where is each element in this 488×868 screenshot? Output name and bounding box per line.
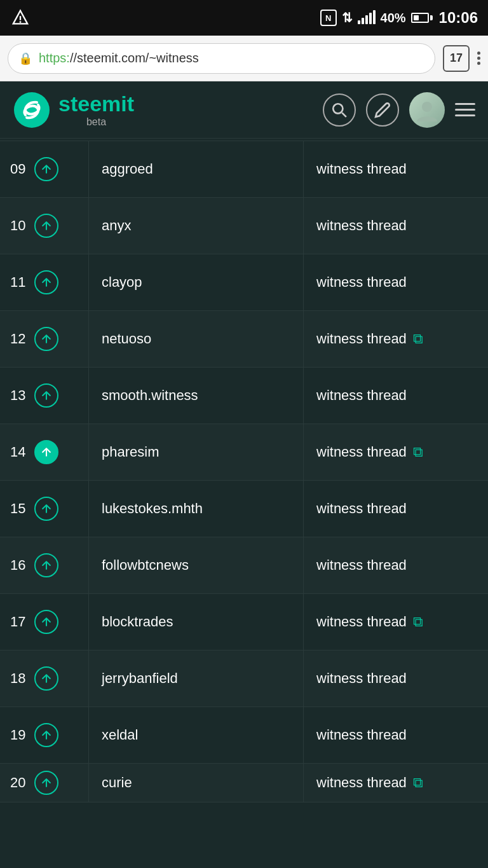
browser-menu-button[interactable]: [477, 52, 480, 65]
hamburger-line-2: [455, 109, 475, 111]
witness-name[interactable]: blocktrades: [89, 594, 304, 650]
tab-count-button[interactable]: 17: [443, 45, 470, 72]
hamburger-line-3: [455, 114, 475, 116]
site-logo[interactable]: steemit beta: [13, 91, 134, 129]
rank-cell: 15: [0, 481, 89, 537]
witness-thread[interactable]: witness thread⧉: [304, 764, 488, 802]
table-row: 14pharesimwitness thread⧉: [0, 424, 488, 481]
upvote-button[interactable]: [34, 497, 58, 521]
rank-cell: 17: [0, 594, 89, 650]
rank-cell: 12: [0, 311, 89, 367]
witness-thread[interactable]: witness thread: [304, 481, 488, 537]
search-icon: [331, 102, 348, 118]
witness-name[interactable]: lukestokes.mhth: [89, 481, 304, 537]
rank-number: 13: [10, 387, 28, 404]
witness-thread[interactable]: witness thread: [304, 198, 488, 254]
table-row: 20curiewitness thread⧉: [0, 764, 488, 803]
write-button[interactable]: [366, 93, 399, 127]
rank-number: 12: [10, 331, 28, 347]
search-button[interactable]: [323, 93, 356, 127]
upvote-button[interactable]: [34, 383, 58, 408]
witness-thread-label: witness thread: [316, 274, 407, 291]
witness-name[interactable]: followbtcnews: [89, 537, 304, 593]
browser-bar: 🔒 https://steemit.com/~witness 17: [0, 36, 488, 81]
upvote-icon: [40, 163, 53, 176]
witness-name[interactable]: smooth.witness: [89, 368, 304, 424]
rank-cell: 19: [0, 707, 89, 763]
rank-cell: 16: [0, 537, 89, 593]
table-row: 12netuosowitness thread⧉: [0, 311, 488, 368]
upvote-button[interactable]: [34, 214, 58, 238]
upvote-button[interactable]: [34, 610, 58, 634]
url-bar[interactable]: 🔒 https://steemit.com/~witness: [8, 43, 435, 74]
svg-point-3: [14, 92, 50, 128]
rank-number: 16: [10, 557, 28, 574]
site-name-group: steemit beta: [58, 92, 134, 128]
site-beta-label: beta: [58, 116, 134, 128]
witness-thread[interactable]: witness thread: [304, 707, 488, 763]
witness-thread[interactable]: witness thread: [304, 651, 488, 706]
rank-number: 11: [10, 274, 28, 291]
upvote-button[interactable]: [34, 157, 58, 181]
upvote-button[interactable]: [34, 771, 58, 795]
external-link-icon[interactable]: ⧉: [413, 331, 423, 347]
battery-percent: 40%: [381, 11, 406, 25]
witness-thread-label: witness thread: [316, 557, 407, 574]
external-link-icon[interactable]: ⧉: [413, 775, 423, 791]
witness-name[interactable]: clayop: [89, 254, 304, 310]
witness-name[interactable]: curie: [89, 764, 304, 802]
upvote-icon: [40, 616, 53, 628]
upvote-button[interactable]: [34, 723, 58, 747]
witness-thread-label: witness thread: [316, 670, 407, 687]
witness-name[interactable]: anyx: [89, 198, 304, 254]
url-text: https://steemit.com/~witness: [39, 51, 199, 65]
hamburger-line-1: [455, 103, 475, 105]
witness-name[interactable]: aggroed: [89, 141, 304, 197]
svg-line-5: [342, 113, 346, 117]
upvote-icon: [40, 389, 53, 402]
user-avatar[interactable]: [409, 92, 445, 128]
witness-thread[interactable]: witness thread⧉: [304, 311, 488, 367]
rank-number: 09: [10, 161, 28, 177]
rank-cell: 14: [0, 424, 89, 480]
table-row: 18jerrybanfieldwitness thread: [0, 651, 488, 707]
witness-name[interactable]: jerrybanfield: [89, 651, 304, 706]
upvote-button[interactable]: [34, 553, 58, 577]
external-link-icon[interactable]: ⧉: [413, 444, 423, 460]
upvote-button[interactable]: [34, 440, 58, 464]
witness-name[interactable]: xeldal: [89, 707, 304, 763]
witness-thread[interactable]: witness thread⧉: [304, 424, 488, 480]
upvote-button[interactable]: [34, 666, 58, 691]
edit-icon: [374, 102, 391, 118]
url-domain: //steemit.com/~witness: [70, 51, 199, 65]
table-row: 16followbtcnewswitness thread: [0, 537, 488, 594]
rank-cell: 20: [0, 764, 89, 802]
table-row: 19xeldalwitness thread: [0, 707, 488, 764]
witness-thread[interactable]: witness thread: [304, 537, 488, 593]
rank-cell: 09: [0, 141, 89, 197]
witness-thread[interactable]: witness thread⧉: [304, 594, 488, 650]
witness-thread-label: witness thread: [316, 217, 407, 234]
table-row: 15lukestokes.mhthwitness thread: [0, 481, 488, 537]
witness-thread[interactable]: witness thread: [304, 368, 488, 424]
upvote-icon: [40, 672, 53, 685]
site-header: steemit beta: [0, 81, 488, 139]
witness-thread-label: witness thread: [316, 161, 407, 177]
witness-thread[interactable]: witness thread: [304, 141, 488, 197]
upvote-icon: [40, 446, 53, 458]
upvote-icon: [40, 559, 53, 572]
rank-cell: 11: [0, 254, 89, 310]
witness-name[interactable]: netuoso: [89, 311, 304, 367]
witness-thread-label: witness thread: [316, 444, 407, 460]
steemit-logo-icon: [13, 91, 51, 129]
status-bar: N ⇅ 40% 10:06: [0, 0, 488, 36]
url-protocol: https:: [39, 51, 70, 65]
hamburger-menu-button[interactable]: [455, 103, 475, 116]
external-link-icon[interactable]: ⧉: [413, 614, 423, 630]
witness-name[interactable]: pharesim: [89, 424, 304, 480]
rank-number: 20: [10, 775, 28, 791]
svg-point-4: [333, 104, 342, 113]
upvote-button[interactable]: [34, 270, 58, 294]
upvote-button[interactable]: [34, 327, 58, 351]
witness-thread[interactable]: witness thread: [304, 254, 488, 310]
